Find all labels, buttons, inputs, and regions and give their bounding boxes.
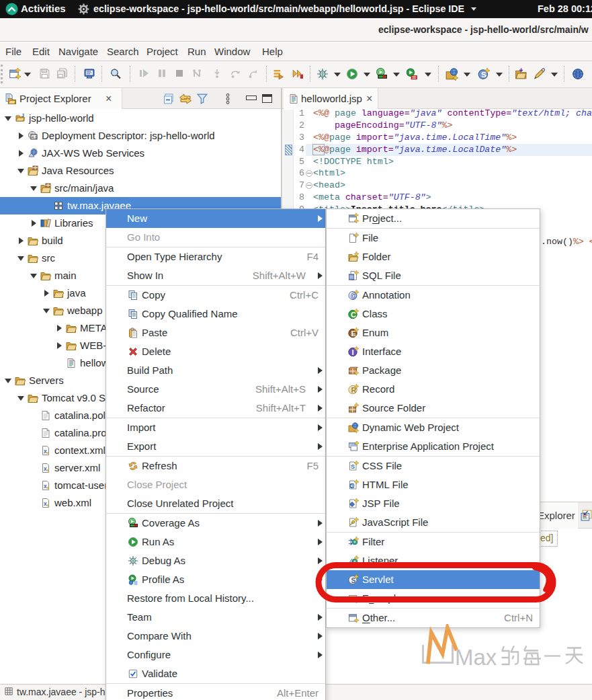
svg-text:J: J <box>22 113 24 118</box>
svg-text:x: x <box>44 448 47 455</box>
svg-text:S: S <box>351 463 355 470</box>
svg-text:x: x <box>44 483 47 490</box>
svg-text:Max: Max <box>455 645 497 670</box>
svg-text:I: I <box>351 348 353 356</box>
svg-text:S: S <box>481 70 487 79</box>
svg-text:4.0: 4.0 <box>32 135 38 139</box>
svg-text:x: x <box>44 465 47 472</box>
svg-text:x: x <box>44 500 47 507</box>
svg-text:<>: <> <box>351 483 356 488</box>
